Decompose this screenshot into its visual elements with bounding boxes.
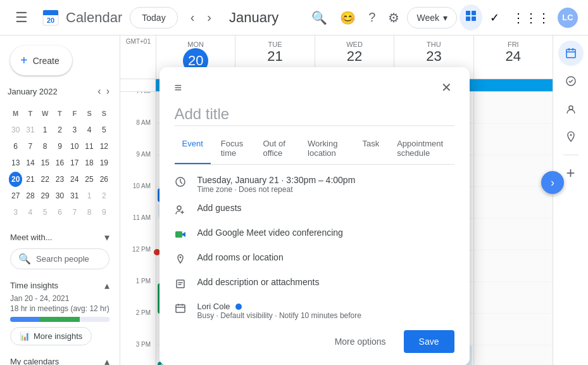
rs-calendar-icon[interactable] xyxy=(558,41,584,66)
rs-contacts-icon[interactable] xyxy=(558,96,584,122)
user-status: Busy · Default visibility · Notify 10 mi… xyxy=(197,311,454,320)
svg-point-11 xyxy=(569,106,573,110)
svg-rect-18 xyxy=(177,280,184,288)
add-description-link[interactable]: Add description or attachments xyxy=(197,277,320,287)
modal-meet-row: Add Google Meet video conferencing xyxy=(175,227,454,243)
location-icon xyxy=(175,253,187,268)
week-dropdown-icon: ▾ xyxy=(443,13,447,23)
tab-task[interactable]: Task xyxy=(354,134,387,164)
logo: 20 Calendar xyxy=(41,8,122,28)
svg-marker-16 xyxy=(182,232,185,237)
svg-rect-19 xyxy=(176,305,185,312)
modal-footer: More options Save xyxy=(175,330,454,353)
rs-maps-icon[interactable] xyxy=(558,124,584,150)
event-datetime[interactable]: Tuesday, January 21 · 3:30pm – 4:00pm xyxy=(197,175,454,185)
menu-button[interactable]: ☰ xyxy=(10,4,33,31)
avatar[interactable]: LC xyxy=(558,8,578,28)
modal-datetime-content: Tuesday, January 21 · 3:30pm – 4:00pm Ti… xyxy=(197,175,454,194)
add-location-link[interactable]: Add rooms or location xyxy=(197,252,284,262)
prev-button[interactable]: ‹ xyxy=(185,5,200,30)
event-creation-modal: ≡ ✕ Event Focus time Out of office Worki… xyxy=(160,67,470,365)
modal-top-row: ≡ ✕ xyxy=(175,77,454,98)
svg-rect-7 xyxy=(466,16,470,21)
modal-guests-row: Add guests xyxy=(175,203,454,219)
svg-rect-5 xyxy=(466,11,470,15)
svg-rect-6 xyxy=(472,11,476,15)
add-meet-link[interactable]: Add Google Meet video conferencing xyxy=(197,227,343,238)
grid-view-button[interactable] xyxy=(460,4,482,30)
user-status-dot xyxy=(235,304,242,310)
svg-point-14 xyxy=(177,206,181,210)
calendar-logo-icon: 20 xyxy=(41,8,61,28)
svg-point-12 xyxy=(570,134,572,136)
calendar-user-icon xyxy=(175,303,187,317)
tab-out-of-office[interactable]: Out of office xyxy=(255,134,297,164)
modal-user-row: Lori Cole Busy · Default visibility · No… xyxy=(175,302,454,320)
settings-button[interactable]: ⚙ xyxy=(383,5,404,30)
today-button[interactable]: Today xyxy=(130,7,177,29)
save-button[interactable]: Save xyxy=(404,330,454,353)
view-icons: ✓ xyxy=(460,4,504,30)
tab-appointment[interactable]: Appointment schedule xyxy=(389,134,454,164)
tab-event[interactable]: Event xyxy=(175,134,211,164)
tab-focus-time[interactable]: Focus time xyxy=(213,134,253,164)
week-label: Week xyxy=(416,13,439,23)
svg-rect-9 xyxy=(566,49,575,58)
svg-rect-8 xyxy=(472,16,476,21)
user-name: Lori Cole xyxy=(197,302,230,311)
topbar-icons: 🔍 😊 ? ⚙ Week ▾ ✓ ⋮⋮⋮ LC xyxy=(306,4,578,30)
modal-datetime-row: Tuesday, January 21 · 3:30pm – 4:00pm Ti… xyxy=(175,175,454,194)
next-button[interactable]: › xyxy=(202,5,216,30)
modal-backdrop: ≡ ✕ Event Focus time Out of office Worki… xyxy=(0,35,553,365)
modal-close-button[interactable]: ✕ xyxy=(439,77,454,98)
meet-icon xyxy=(175,229,187,243)
add-guests-link[interactable]: Add guests xyxy=(197,203,242,213)
event-type-tabs: Event Focus time Out of office Working l… xyxy=(175,134,454,165)
svg-text:20: 20 xyxy=(47,16,54,24)
description-icon xyxy=(175,278,187,293)
nav-buttons: ‹ › xyxy=(185,5,216,30)
app-title: Calendar xyxy=(66,10,122,26)
right-sidebar: + xyxy=(553,35,588,365)
user-info: Lori Cole Busy · Default visibility · No… xyxy=(197,302,454,320)
modal-location-row: Add rooms or location xyxy=(175,252,454,268)
svg-rect-15 xyxy=(175,231,182,238)
rs-tasks-icon[interactable] xyxy=(558,68,584,94)
search-button[interactable]: 🔍 xyxy=(306,5,332,30)
help-button[interactable]: ? xyxy=(363,5,380,30)
svg-point-17 xyxy=(179,257,181,259)
svg-rect-3 xyxy=(43,14,58,15)
drag-handle-icon: ≡ xyxy=(175,80,182,95)
week-view-button[interactable]: Week ▾ xyxy=(407,7,457,29)
month-title: January xyxy=(229,10,278,26)
guests-icon xyxy=(175,204,187,219)
check-view-button[interactable]: ✓ xyxy=(485,4,504,30)
event-title-input[interactable] xyxy=(175,103,454,126)
more-options-button[interactable]: More options xyxy=(325,331,396,352)
topbar: ☰ 20 Calendar Today ‹ › January 🔍 😊 ? ⚙ xyxy=(0,0,588,35)
apps-button[interactable]: ⋮⋮⋮ xyxy=(507,5,555,30)
tab-working-location[interactable]: Working location xyxy=(300,134,352,164)
grid-icon xyxy=(465,10,477,22)
modal-description-row: Add description or attachments xyxy=(175,277,454,293)
clock-icon xyxy=(175,176,187,191)
event-timezone[interactable]: Time zone · Does not repeat xyxy=(197,185,454,194)
rs-divider xyxy=(563,155,579,155)
status-button[interactable]: 😊 xyxy=(335,5,361,30)
